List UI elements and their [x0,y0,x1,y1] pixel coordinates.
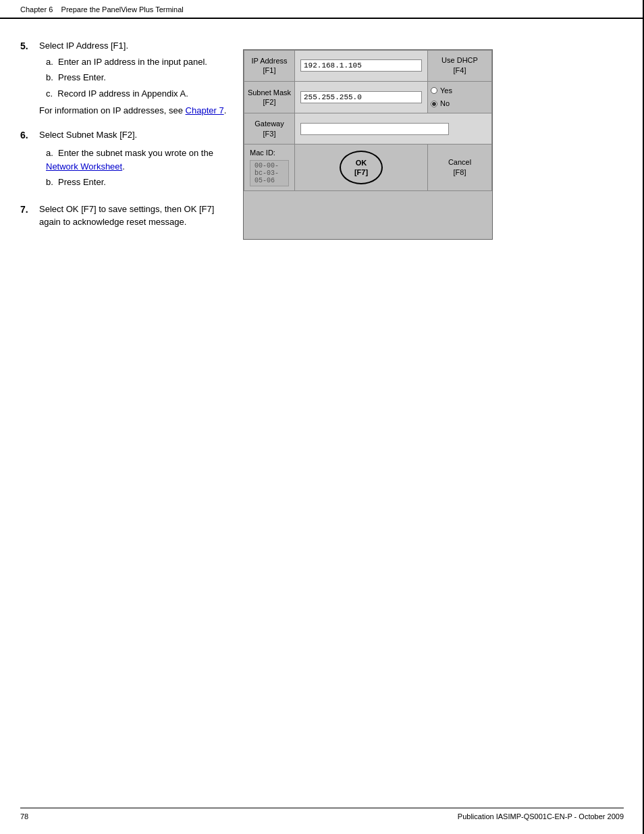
ok-key: [F7] [354,167,368,177]
ip-address-row: IP Address[F1] Use DHCP[F4] [244,51,492,82]
cancel-key: [F8] [454,168,466,176]
step-5-info: For information on IP addresses, see Cha… [39,104,230,118]
dhcp-radio-group: Yes No [431,86,489,109]
mac-id-label: Mac ID: [250,149,289,157]
step-5: 5. Select IP Address [F1]. a. Enter an I… [20,39,230,120]
no-label: No [440,99,450,109]
cancel-label: Cancel [448,158,471,166]
step-5-title: Select IP Address [F1]. [39,39,230,53]
mac-cell: Mac ID: 00-00-bc-03-05-06 [244,144,295,190]
cancel-cell[interactable]: Cancel [F8] [428,144,492,190]
step-6a: a. Enter the subnet mask you wrote on th… [46,147,230,173]
yes-radio-button[interactable] [431,87,437,94]
step-5b: b. Press Enter. [46,71,230,84]
subnet-label: Subnet Mask[F2] [244,81,295,113]
ip-input-cell[interactable] [295,51,428,82]
page-footer: 78 Publication IASIMP-QS001C-EN-P - Octo… [20,808,624,820]
yes-label: Yes [440,86,452,96]
step-6b: b. Press Enter. [46,176,230,189]
gateway-input[interactable] [300,123,449,135]
step-6-title: Select Subnet Mask [F2]. [39,128,230,142]
ip-label: IP Address[F1] [244,51,295,82]
mac-id-value: 00-00-bc-03-05-06 [250,160,289,186]
bottom-row: Mac ID: 00-00-bc-03-05-06 OK [F7] Cancel… [244,144,492,190]
gateway-row: Gateway[F3] [244,113,492,145]
gateway-input-cell[interactable] [295,113,492,145]
use-dhcp-label: Use DHCP[F4] [428,51,492,82]
no-radio-button[interactable] [431,101,437,107]
ok-cell[interactable]: OK [F7] [295,144,428,190]
ip-input[interactable] [300,59,422,72]
page-header: Chapter 6 Prepare the PanelView Plus Ter… [0,0,644,19]
radio-cell: Yes No [428,81,492,113]
panel-table: IP Address[F1] Use DHCP[F4] Subnet Mask[… [244,50,492,191]
step-6-content: Select Subnet Mask [F2]. a. Enter the su… [39,128,230,192]
step-5a: a. Enter an IP address in the input pane… [46,55,230,69]
step-7: 7. Select OK [F7] to save settings, then… [20,203,230,232]
chapter7-link[interactable]: Chapter 7 [186,105,224,115]
ok-label: OK [356,158,367,167]
chapter-description: Prepare the PanelView Plus Terminal [61,5,184,14]
step-7-number: 7. [20,203,34,232]
step-5c: c. Record IP address in Appendix A. [46,87,230,101]
step-5-number: 5. [20,39,34,120]
content-area: 5. Select IP Address [F1]. a. Enter an I… [0,19,644,253]
panel-diagram: IP Address[F1] Use DHCP[F4] Subnet Mask[… [243,49,493,240]
step-5-content: Select IP Address [F1]. a. Enter an IP a… [39,39,230,120]
subnet-input-cell[interactable] [295,81,428,113]
step-7-content: Select OK [F7] to save settings, then OK… [39,203,230,232]
page-number: 78 [20,812,28,820]
step-7-title: Select OK [F7] to save settings, then OK… [39,203,230,229]
instructions-column: 5. Select IP Address [F1]. a. Enter an I… [20,39,230,240]
step-6: 6. Select Subnet Mask [F2]. a. Enter the… [20,128,230,192]
no-radio[interactable]: No [431,99,489,109]
gateway-label: Gateway[F3] [244,113,295,145]
publication-info: Publication IASIMP-QS001C-EN-P - October… [458,812,624,820]
yes-radio[interactable]: Yes [431,86,489,96]
network-worksheet-link[interactable]: Network Worksheet [46,161,122,172]
subnet-input[interactable] [300,91,422,103]
chapter-label: Chapter 6 Prepare the PanelView Plus Ter… [20,5,184,14]
ok-button[interactable]: OK [F7] [340,151,383,184]
chapter-number: Chapter 6 [20,5,53,14]
step-6-number: 6. [20,128,34,192]
subnet-mask-row: Subnet Mask[F2] Yes No [244,81,492,113]
